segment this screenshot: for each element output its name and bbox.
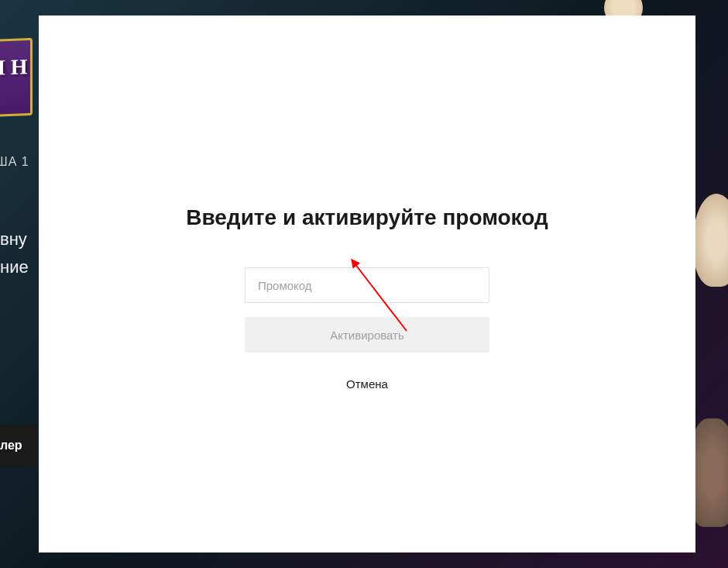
backdrop-description-line-1: вну xyxy=(0,229,27,250)
backdrop-logo-text: И Н xyxy=(0,54,28,81)
modal-title: Введите и активируйте промокод xyxy=(186,205,548,230)
activate-button[interactable]: Активировать xyxy=(245,317,489,353)
backdrop-meta-text: ША 1 xyxy=(0,155,29,169)
cancel-button[interactable]: Отмена xyxy=(346,377,388,391)
backdrop-character-1 xyxy=(693,194,728,287)
promo-code-input[interactable] xyxy=(245,267,489,303)
backdrop-description-line-2: ние xyxy=(0,257,29,277)
backdrop-movie-logo: И Н xyxy=(0,38,33,117)
backdrop-trailer-button[interactable]: лер xyxy=(0,425,37,466)
promo-code-modal: Введите и активируйте промокод Активиров… xyxy=(39,15,695,553)
